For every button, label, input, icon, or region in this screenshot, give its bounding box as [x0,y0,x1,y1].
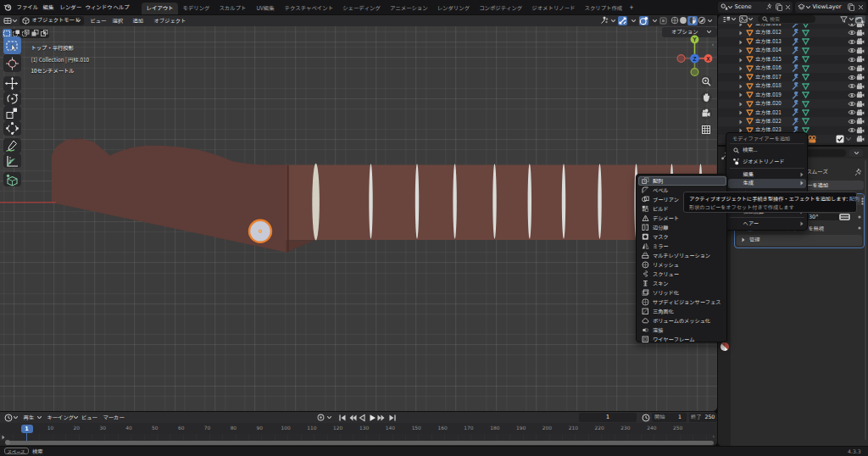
workspace-tab-8[interactable]: コンポジティング [475,3,527,15]
topbar-menu-0[interactable]: ファイル [17,3,39,12]
submenu-item-13[interactable]: サブディビジョンサーフェス [638,298,726,307]
menu-category-0[interactable]: 編集 [728,170,806,179]
hide-eye-icon[interactable] [848,57,856,63]
viewlayer-new-icon[interactable] [848,3,855,12]
hide-eye-icon[interactable] [848,119,856,125]
playback-play-reverse-button[interactable] [358,414,367,422]
workspace-tab-0[interactable]: レイアウト [142,3,178,15]
preview-range-clock-icon[interactable] [642,414,650,422]
hide-eye-icon[interactable] [848,109,856,115]
viewport-editor-type-button[interactable] [3,17,13,25]
outliner-expand-icon[interactable] [739,120,743,125]
tool-transform-button[interactable] [3,121,21,136]
timeline-collapse-icon[interactable]: ‹ [713,433,717,440]
viewport-menu-3[interactable]: オブジェクト [154,16,186,25]
tool-rotate-button[interactable] [3,92,21,107]
mesh-guitar-neck[interactable] [0,15,717,411]
playback-next-keyframe-button[interactable] [377,414,387,422]
disable-render-camera-icon[interactable] [856,136,865,142]
topbar-menu-1[interactable]: 編集 [43,3,54,12]
disable-render-camera-icon[interactable] [856,118,865,125]
proportional-chevron-button[interactable] [650,16,659,26]
submenu-item-16[interactable]: 溶接 [638,325,726,335]
hide-eye-icon[interactable] [848,101,856,107]
outliner-row[interactable]: 立方体.016 [718,64,868,72]
topbar-menu-3[interactable]: ウィンドウ [86,3,113,12]
outliner-row[interactable]: 立方体.018 [718,81,868,90]
timeline-channel-area[interactable] [0,434,717,441]
disable-render-camera-icon[interactable] [856,101,865,108]
submenu-item-5[interactable]: 辺分離 [638,223,726,232]
playback-play-button[interactable] [368,414,377,422]
menu-category-1[interactable]: 生成 [728,179,806,188]
workspace-tab-3[interactable]: UV編集 [251,3,280,15]
outliner-expand-icon[interactable] [739,40,743,45]
object-mode-dropdown[interactable]: オブジェクトモード [19,16,84,26]
hide-eye-icon[interactable] [848,65,856,71]
outliner-row[interactable]: 立方体.019 [718,91,868,99]
viewlayer-unlink-icon[interactable] [858,4,865,11]
snapping-toggle-button[interactable] [618,16,628,26]
timeline-menu-1[interactable]: キーイング [47,413,74,422]
tool-select-box-button[interactable] [3,36,21,54]
input-attribute-toggle-button[interactable] [839,214,850,220]
snapping-chevron-button[interactable] [629,16,638,26]
tool-move-button[interactable] [3,76,21,92]
menu-item-geometry-nodes[interactable]: ジオメトリノード [728,157,807,166]
properties-pin-icon[interactable] [854,168,862,176]
outliner-row[interactable]: 立方体.021 [718,108,868,117]
tool-cursor-button[interactable] [3,54,21,72]
nav-pan-hand-icon[interactable] [700,92,712,103]
workspace-tab-6[interactable]: アニメーション [385,3,432,15]
nav-gizmo[interactable]: YXZ [670,30,717,77]
scene-new-icon[interactable] [776,3,783,12]
scene-pin-icon[interactable] [766,3,773,11]
workspace-tab-9[interactable]: ジオメトリノード [527,3,580,15]
submenu-item-0[interactable]: 配列 [638,176,726,186]
outliner-display-mode-button[interactable] [739,15,748,24]
select-mode-select-invert-button[interactable] [31,29,40,39]
disable-render-camera-icon[interactable] [856,38,865,45]
workspace-tab-1[interactable]: モデリング [178,3,214,15]
submenu-item-10[interactable]: スクリュー [638,270,726,279]
topbar-menu-4[interactable]: ヘルプ [114,3,130,12]
playback-jump-to-end-button[interactable] [387,414,397,422]
outliner-expand-icon[interactable] [739,84,743,89]
shading-material-button[interactable] [687,16,698,26]
submenu-item-11[interactable]: スキン [638,279,726,288]
hide-eye-icon[interactable] [848,39,856,45]
viewport-menu-2[interactable]: 追加 [133,16,144,25]
outliner-row[interactable]: 立方体.020 [718,99,868,108]
disable-render-camera-icon[interactable] [856,65,865,72]
workspace-tab-5[interactable]: シェーディング [338,3,386,15]
transform-orientation-button[interactable] [600,16,609,25]
submenu-item-12[interactable]: ソリッド化 [638,288,726,298]
outliner-expand-icon[interactable] [739,110,743,115]
outliner-expand-icon[interactable] [739,66,743,71]
outliner-new-collection-button[interactable] [854,15,865,24]
disable-render-camera-icon[interactable] [856,74,865,81]
current-frame-badge[interactable]: 1 [21,425,33,433]
properties-header-chevron-button[interactable] [849,149,863,158]
submenu-item-4[interactable]: デシメート [638,214,726,223]
outliner-row[interactable]: 立方体.022 [718,117,868,125]
outliner-expand-icon[interactable] [739,92,743,97]
submenu-item-8[interactable]: マルチレゾリューション [638,251,726,260]
submenu-item-14[interactable]: 三角面化 [638,307,726,316]
shading-wireframe-button[interactable] [670,16,679,25]
shading-solid-button[interactable] [679,16,687,25]
tool-annotate-button[interactable] [3,138,21,153]
outliner-row[interactable]: 立方体.017 [718,73,868,81]
nav-perspective-toggle-icon[interactable] [700,124,712,136]
timeline-menu-0[interactable]: 再生 [24,413,35,422]
menu-category-5[interactable]: ヘアー [728,219,806,228]
outliner[interactable]: 検索立方体.011立方体.012立方体.013立方体.014立方体.015立方体… [718,15,868,146]
submenu-item-9[interactable]: リメッシュ [638,260,726,270]
timeline-menu-3[interactable]: マーカー [103,413,125,422]
timeline-scrollbar-cap[interactable] [5,440,10,445]
nav-zoom-icon[interactable] [700,75,712,87]
outliner-editor-type-button[interactable] [722,16,732,24]
hide-eye-icon[interactable] [848,83,856,89]
outliner-expand-icon[interactable] [739,24,743,27]
outliner-expand-icon[interactable] [739,31,743,36]
